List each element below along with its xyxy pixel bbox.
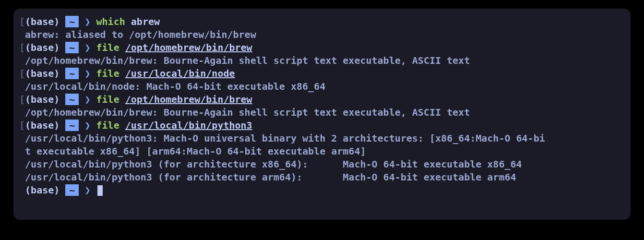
command-name: file <box>96 120 119 131</box>
prompt-env: (base) <box>25 94 60 105</box>
prompt-arrow-icon: ❯ <box>84 120 90 131</box>
terminal-line: [(base) ~ ❯ file /opt/homebrew/bin/brew <box>19 41 625 54</box>
terminal-line: t executable x86_64] [arm64:Mach-O 64-bi… <box>19 145 625 158</box>
output-text: t executable x86_64] [arm64:Mach-O 64-bi… <box>19 145 366 157</box>
prompt-arrow-icon: ❯ <box>84 42 90 53</box>
output-text: /usr/local/bin/node: Mach-O 64-bit execu… <box>19 81 325 92</box>
command-name: file <box>96 68 119 79</box>
terminal-line: /opt/homebrew/bin/brew: Bourne-Again she… <box>19 106 625 119</box>
command-name: file <box>96 42 119 53</box>
prompt-bracket: [ <box>19 120 25 131</box>
prompt-env: (base) <box>25 68 60 79</box>
prompt-bracket: [ <box>19 94 25 105</box>
terminal-line: /usr/local/bin/python3: Mach-O universal… <box>19 132 625 145</box>
output-text: /usr/local/bin/python3 (for architecture… <box>19 171 516 183</box>
prompt-dir: ~ <box>65 94 79 105</box>
prompt-bracket: [ <box>19 68 25 79</box>
terminal-line: /usr/local/bin/python3 (for architecture… <box>19 158 625 171</box>
command-arg: /opt/homebrew/bin/brew <box>125 94 252 105</box>
terminal-window[interactable]: [(base) ~ ❯ which abrew abrew: aliased t… <box>13 9 631 220</box>
prompt-arrow-icon: ❯ <box>84 16 90 27</box>
prompt-dir: ~ <box>65 184 79 196</box>
command-name: which <box>96 16 125 27</box>
terminal-line: /usr/local/bin/python3 (for architecture… <box>19 171 625 184</box>
output-text: /usr/local/bin/python3: Mach-O universal… <box>19 132 545 144</box>
prompt-env: (base) <box>25 16 60 27</box>
output-text: /opt/homebrew/bin/brew: Bourne-Again she… <box>19 107 470 118</box>
terminal-line: [(base) ~ ❯ file /usr/local/bin/python3 <box>19 119 625 132</box>
prompt-dir: ~ <box>65 68 79 79</box>
terminal-line: [(base) ~ ❯ file /opt/homebrew/bin/brew <box>19 93 625 106</box>
terminal-line: /usr/local/bin/node: Mach-O 64-bit execu… <box>19 80 625 93</box>
prompt-dir: ~ <box>65 16 79 27</box>
prompt-bracket: [ <box>19 42 25 53</box>
command-arg: /usr/local/bin/python3 <box>125 120 252 131</box>
prompt-arrow-icon: ❯ <box>84 184 90 196</box>
terminal-line: (base) ~ ❯ <box>19 184 625 197</box>
command-name: file <box>96 94 119 105</box>
prompt-env: (base) <box>25 120 60 131</box>
prompt-bracket: [ <box>19 16 25 27</box>
prompt-dir: ~ <box>65 42 79 53</box>
terminal-line: abrew: aliased to /opt/homebrew/bin/brew <box>19 28 625 41</box>
cursor-icon[interactable] <box>97 185 103 196</box>
prompt-env: (base) <box>25 42 60 53</box>
output-text: /usr/local/bin/python3 (for architecture… <box>19 158 522 170</box>
command-arg: abrew <box>131 16 160 27</box>
command-arg: /opt/homebrew/bin/brew <box>125 42 252 53</box>
prompt-env: (base) <box>25 184 60 196</box>
terminal-line: /opt/homebrew/bin/brew: Bourne-Again she… <box>19 54 625 67</box>
prompt-arrow-icon: ❯ <box>84 68 90 79</box>
output-text: abrew: aliased to /opt/homebrew/bin/brew <box>19 29 256 40</box>
command-arg: /usr/local/bin/node <box>125 68 235 79</box>
prompt-arrow-icon: ❯ <box>84 94 90 105</box>
prompt-dir: ~ <box>65 120 79 131</box>
terminal-line: [(base) ~ ❯ which abrew <box>19 15 625 28</box>
output-text: /opt/homebrew/bin/brew: Bourne-Again she… <box>19 55 470 66</box>
terminal-line: [(base) ~ ❯ file /usr/local/bin/node <box>19 67 625 80</box>
